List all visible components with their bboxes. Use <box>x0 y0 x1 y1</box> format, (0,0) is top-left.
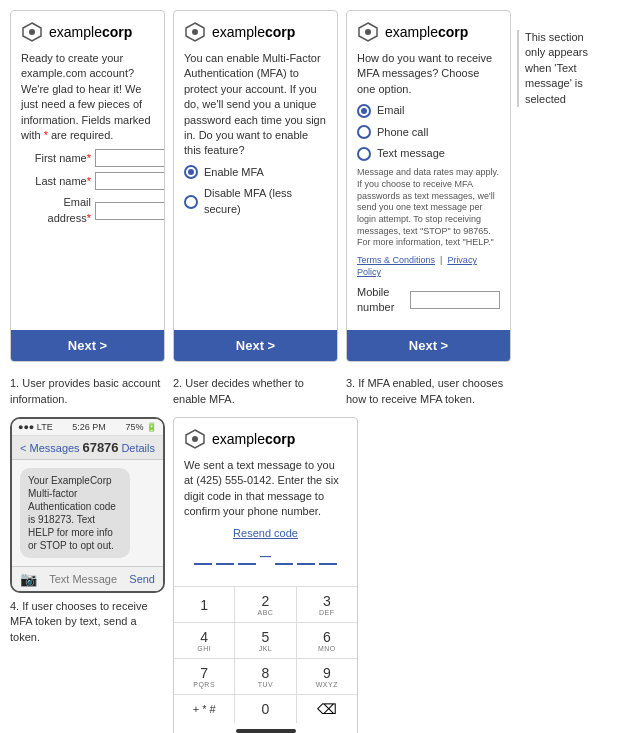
resend-code-link[interactable]: Resend code <box>184 526 347 541</box>
svg-point-3 <box>192 29 198 35</box>
mobile-number-label: Mobile number <box>357 285 406 316</box>
card-mfa-entry: examplecorp We sent a text message to yo… <box>173 417 358 733</box>
keypad-8[interactable]: 8TUV <box>235 659 296 694</box>
email-option-label: Email <box>377 103 405 118</box>
camera-icon: 📷 <box>20 571 37 587</box>
card3-links: Terms & Conditions | Privacy Policy <box>357 255 500 278</box>
phone-message-area: Your ExampleCorp Multi-factor Authentica… <box>12 460 163 566</box>
card2-intro: You can enable Multi-Factor Authenticati… <box>184 51 327 159</box>
mobile-number-input[interactable] <box>410 291 500 309</box>
mfa-card-brand: examplecorp <box>212 431 295 447</box>
bottom-row: ●●● LTE 5:26 PM 75% 🔋 < Messages 67876 D… <box>10 417 615 733</box>
code-dash-1 <box>194 549 212 565</box>
card3-wrapper: examplecorp How do you want to receive M… <box>346 10 597 362</box>
enable-mfa-radio[interactable] <box>184 165 198 179</box>
phone-mockup-wrapper: ●●● LTE 5:26 PM 75% 🔋 < Messages 67876 D… <box>10 417 165 733</box>
card3-brand: examplecorp <box>385 24 468 40</box>
text-message-radio[interactable] <box>357 147 371 161</box>
terms-link[interactable]: Terms & Conditions <box>357 255 435 265</box>
mfa-card-header: examplecorp <box>184 428 347 450</box>
first-name-input[interactable] <box>95 149 165 167</box>
text-message-option[interactable]: Text message <box>357 146 500 161</box>
keypad-row-2: 4GHI 5JKL 6MNO <box>174 622 357 658</box>
disable-mfa-option[interactable]: Disable MFA (less secure) <box>184 186 327 217</box>
last-name-input[interactable] <box>95 172 165 190</box>
keypad-row-1: 1 2ABC 3DEF <box>174 586 357 622</box>
enable-mfa-option[interactable]: Enable MFA <box>184 165 327 180</box>
phone-contact-number: 67876 <box>82 440 118 455</box>
phone-status-bar: ●●● LTE 5:26 PM 75% 🔋 <box>12 419 163 436</box>
phone-call-option[interactable]: Phone call <box>357 125 500 140</box>
card-account-info: examplecorp Ready to create your example… <box>10 10 165 362</box>
keypad-row-3: 7PQRS 8TUV 9WXYZ <box>174 658 357 694</box>
first-name-row: First name* <box>21 149 154 167</box>
keypad-3[interactable]: 3DEF <box>297 587 357 622</box>
keypad-6[interactable]: 6MNO <box>297 623 357 658</box>
email-row: Email address* <box>21 195 154 226</box>
card2-next-button[interactable]: Next > <box>174 330 337 361</box>
keypad-0[interactable]: 0 <box>235 695 296 723</box>
phone-mockup: ●●● LTE 5:26 PM 75% 🔋 < Messages 67876 D… <box>10 417 165 593</box>
code-dash-6 <box>319 549 337 565</box>
phone-details-link[interactable]: Details <box>121 442 155 454</box>
card2-body: You can enable Multi-Factor Authenticati… <box>184 51 327 217</box>
phone-signal: ●●● LTE <box>18 422 53 432</box>
keypad-9[interactable]: 9WXYZ <box>297 659 357 694</box>
card3-header: examplecorp <box>357 21 500 43</box>
card1-header: examplecorp <box>21 21 154 43</box>
phone-text-input[interactable]: Text Message <box>37 573 129 585</box>
keypad-5[interactable]: 5JKL <box>235 623 296 658</box>
enable-mfa-label: Enable MFA <box>204 165 264 180</box>
keypad: 1 2ABC 3DEF 4GHI 5JKL 6MNO 7PQRS 8TUV 9W… <box>174 586 357 723</box>
mfa-entry-instruction: We sent a text message to you at (425) 5… <box>184 458 347 520</box>
home-indicator <box>236 729 296 733</box>
phone-send-button[interactable]: Send <box>129 573 155 585</box>
keypad-delete[interactable]: ⌫ <box>297 695 357 723</box>
email-radio[interactable] <box>357 104 371 118</box>
logo-icon-1 <box>21 21 43 43</box>
card3-next-button[interactable]: Next > <box>347 330 510 361</box>
phone-call-radio[interactable] <box>357 125 371 139</box>
top-cards-row: examplecorp Ready to create your example… <box>10 10 615 362</box>
mfa-card-body: We sent a text message to you at (425) 5… <box>184 458 347 566</box>
phone-battery: 75% 🔋 <box>125 422 157 432</box>
keypad-1[interactable]: 1 <box>174 587 235 622</box>
caption-2: 2. User decides whether to enable MFA. <box>173 376 338 407</box>
caption-1: 1. User provides basic account informati… <box>10 376 165 407</box>
code-input-row: — <box>184 549 347 566</box>
card1-next-button[interactable]: Next > <box>11 330 164 361</box>
card1-required-note: are required. <box>51 129 113 141</box>
svg-point-7 <box>192 436 198 442</box>
card2-brand: examplecorp <box>212 24 295 40</box>
svg-point-5 <box>365 29 371 35</box>
last-name-row: Last name* <box>21 172 154 190</box>
card-mfa-method: examplecorp How do you want to receive M… <box>346 10 511 362</box>
phone-call-label: Phone call <box>377 125 428 140</box>
phone-back-button[interactable]: < Messages <box>20 442 80 454</box>
caption-3: 3. If MFA enabled, user chooses how to r… <box>346 376 511 407</box>
card1-brand: examplecorp <box>49 24 132 40</box>
card1-body: Ready to create your example.com account… <box>21 51 154 226</box>
keypad-2[interactable]: 2ABC <box>235 587 296 622</box>
required-star-1: * <box>44 129 48 141</box>
card1-intro-text: Ready to create your example.com account… <box>21 52 151 141</box>
disable-mfa-radio[interactable] <box>184 195 198 209</box>
keypad-symbols[interactable]: + * # <box>174 695 235 723</box>
card-mfa-choice: examplecorp You can enable Multi-Factor … <box>173 10 338 362</box>
phone-time: 5:26 PM <box>72 422 106 432</box>
email-input[interactable] <box>95 202 165 220</box>
code-dash-3 <box>238 549 256 565</box>
sms-message-bubble: Your ExampleCorp Multi-factor Authentica… <box>20 468 130 558</box>
keypad-7[interactable]: 7PQRS <box>174 659 235 694</box>
card3-intro: How do you want to receive MFA messages?… <box>357 51 500 97</box>
first-name-label: First name* <box>21 151 91 166</box>
captions-row-top: 1. User provides basic account informati… <box>10 370 615 407</box>
phone-input-bar: 📷 Text Message Send <box>12 566 163 591</box>
code-separator: — <box>260 549 271 564</box>
keypad-4[interactable]: 4GHI <box>174 623 235 658</box>
card3-body: How do you want to receive MFA messages?… <box>357 51 500 315</box>
email-label: Email address* <box>21 195 91 226</box>
phone-nav-bar: < Messages 67876 Details <box>12 436 163 460</box>
svg-point-1 <box>29 29 35 35</box>
email-option[interactable]: Email <box>357 103 500 118</box>
